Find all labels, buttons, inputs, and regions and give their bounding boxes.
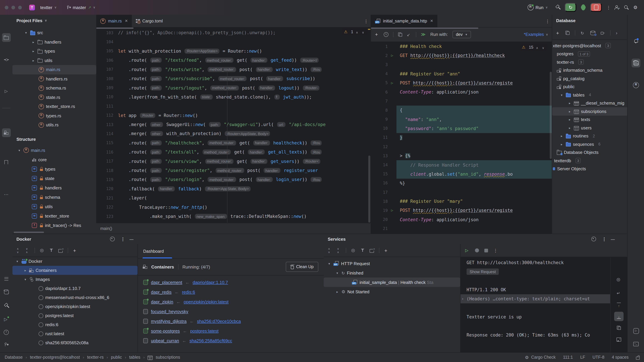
code-line[interactable]: 117 .route( path: "/users/view", method_… xyxy=(96,157,371,166)
code-line[interactable]: 10 "password": "ann's password" xyxy=(371,124,552,133)
panel-options-button[interactable] xyxy=(121,237,124,241)
hide-panel-button[interactable] xyxy=(611,237,615,241)
debug-request-button[interactable] xyxy=(475,248,479,252)
chevron-right-icon[interactable]: ▸ xyxy=(568,110,572,113)
code-line[interactable]: 7 xyxy=(371,96,552,106)
tab-cargo-toml[interactable]: Cargo.toml xyxy=(132,15,167,27)
services-list-tool-button[interactable] xyxy=(2,275,10,283)
new-connection-button[interactable] xyxy=(58,249,63,253)
http-inspection-widget[interactable]: 15 xyxy=(520,44,548,50)
tree-row[interactable]: sha256:6f305652c08a xyxy=(12,338,138,347)
collapse-all-button[interactable] xyxy=(337,248,341,253)
chevron-right-icon[interactable]: ▸ xyxy=(560,134,564,138)
line-number[interactable]: 21 xyxy=(371,226,388,231)
container-link[interactable]: dapr_placement xyxy=(151,280,182,285)
close-tab-icon[interactable]: ✕ xyxy=(125,19,128,23)
database-breadcrumbs[interactable]: Database›textter-postgres@localhost›text… xyxy=(5,355,180,360)
status-item[interactable]: UTF-8 xyxy=(592,355,604,360)
tree-row[interactable]: textter_store xyxy=(12,211,96,221)
terminal-tool-button[interactable] xyxy=(632,339,640,348)
code-line[interactable]: 106 .route( path: "/texts/feed", method_… xyxy=(96,56,371,65)
project-tool-button[interactable] xyxy=(2,33,10,42)
line-number[interactable]: 115 xyxy=(96,141,113,145)
code-line[interactable]: 15 client.global.set("ann_id", response.… xyxy=(371,169,552,178)
add-service-button[interactable] xyxy=(370,249,374,253)
line-number[interactable]: 5 xyxy=(371,81,388,85)
clean-up-button[interactable]: Clean Up xyxy=(286,262,318,272)
branch-switcher[interactable]: master ↗ ∨ xyxy=(64,3,98,11)
tree-row[interactable]: ▸routines2 xyxy=(552,132,628,140)
breadcrumb-item[interactable]: Database xyxy=(5,355,23,360)
code-line[interactable]: 109 .route( path: "/users/logout", metho… xyxy=(96,83,371,92)
tree-row[interactable]: handlers.rs xyxy=(12,74,96,83)
line-number[interactable]: 2 xyxy=(371,53,388,58)
container-link[interactable]: mystifying_dijkstra xyxy=(151,319,186,324)
code-line[interactable]: 116 .route( path: "/texts/all", method_r… xyxy=(96,147,371,157)
code-line[interactable]: 123 .make_span_with( new_make_span: trac… xyxy=(96,212,371,221)
project-switcher[interactable]: textter∨ xyxy=(38,3,59,11)
tree-row[interactable]: textter_store.rs xyxy=(12,102,96,111)
line-number[interactable]: 108 xyxy=(96,76,113,81)
debug-button[interactable] xyxy=(581,5,586,10)
bookmarks-tool-button[interactable] xyxy=(2,158,10,167)
new-datasource-button[interactable] xyxy=(556,31,560,35)
line-number[interactable]: 114 xyxy=(96,131,113,136)
code-line[interactable]: 112let app :Router = Router::new() xyxy=(96,111,371,120)
structure-tool-button[interactable] xyxy=(2,128,10,137)
run-all-requests-button[interactable] xyxy=(421,32,426,37)
line-number[interactable]: 121 xyxy=(96,196,113,200)
tree-row[interactable]: ▾src xyxy=(12,28,96,37)
code-line[interactable]: 16%} xyxy=(371,179,552,188)
line-number[interactable]: 17 xyxy=(371,190,388,195)
tree-row[interactable]: ▸texts xyxy=(552,115,628,124)
line-number[interactable]: 123 xyxy=(96,214,113,219)
history-button[interactable] xyxy=(384,32,388,37)
stop-request-button[interactable] xyxy=(484,249,488,252)
container-link[interactable]: dapr_zipkin xyxy=(151,299,173,304)
close-tab-icon[interactable]: ✕ xyxy=(430,19,433,23)
code-line[interactable]: 18### Register User "mary" xyxy=(371,197,552,206)
open-image-button[interactable] xyxy=(614,335,624,344)
line-number[interactable]: 113 xyxy=(96,122,113,127)
container-row[interactable]: upbeat_curran←sha256:258a85cf69cc xyxy=(138,336,324,346)
tree-row[interactable]: ▸subscriptions xyxy=(552,107,628,115)
line-number[interactable]: 103 xyxy=(96,30,113,35)
tree-row[interactable]: utils.rs xyxy=(12,120,96,130)
tree-row[interactable]: ▾APIHTTP Request xyxy=(324,259,460,268)
tree-row[interactable]: redis:6 xyxy=(12,320,138,329)
tree-row[interactable]: main.rs xyxy=(12,65,96,74)
prev-problem-icon[interactable] xyxy=(536,45,539,49)
editor-hscrollbar[interactable] xyxy=(96,27,134,29)
stop-button[interactable] xyxy=(590,3,602,12)
http-hscrollbar[interactable] xyxy=(371,27,478,29)
code-line[interactable]: 121 .layer( xyxy=(96,193,371,203)
container-row[interactable]: mystifying_dijkstra←sha256:d70ece10cbca xyxy=(138,317,324,326)
code-line[interactable]: 9 "name": "ann", xyxy=(371,115,552,124)
breadcrumb-item[interactable]: textter-rs xyxy=(87,355,104,360)
refresh-button[interactable] xyxy=(580,30,585,35)
tree-row[interactable]: state xyxy=(12,174,96,183)
examples-dropdown[interactable]: *Examples∨ xyxy=(524,32,548,37)
line-number[interactable]: 106 xyxy=(96,58,113,63)
code-line[interactable]: 108 .route( path: "/users/subscribe", me… xyxy=(96,74,371,83)
rerun-request-button[interactable] xyxy=(465,248,470,253)
tree-row[interactable]: ▸__diesel_schema_mig xyxy=(552,99,628,107)
chevron-down-icon[interactable]: ▾ xyxy=(327,262,332,265)
code-line[interactable]: 122 TraceLayer::new_for_http() xyxy=(96,203,371,212)
line-number[interactable]: 118 xyxy=(96,168,113,173)
line-number[interactable]: 7 xyxy=(371,99,388,103)
status-item[interactable]: Cargo Check xyxy=(525,355,556,360)
tree-row[interactable]: core xyxy=(12,155,96,164)
tab-dashboard[interactable]: Dashboard xyxy=(143,249,164,254)
line-number[interactable]: 122 xyxy=(96,205,113,210)
tree-row[interactable]: ▸handlers xyxy=(12,37,96,46)
tree-row[interactable]: init_tracer() -> Res xyxy=(12,221,96,230)
tree-row[interactable]: pg_catalog xyxy=(552,74,628,83)
breadcrumb-bar[interactable]: main() xyxy=(96,223,371,234)
chevron-down-icon[interactable]: ▾ xyxy=(24,31,28,35)
run-request-gutter-icon[interactable]: ▷ xyxy=(388,208,396,213)
tree-row[interactable]: messense/rust-musl-cross:x86_6 xyxy=(12,293,138,302)
tree-row[interactable]: ▸users xyxy=(552,124,628,132)
settings-button[interactable] xyxy=(633,5,638,10)
view-options-button[interactable] xyxy=(351,248,356,253)
